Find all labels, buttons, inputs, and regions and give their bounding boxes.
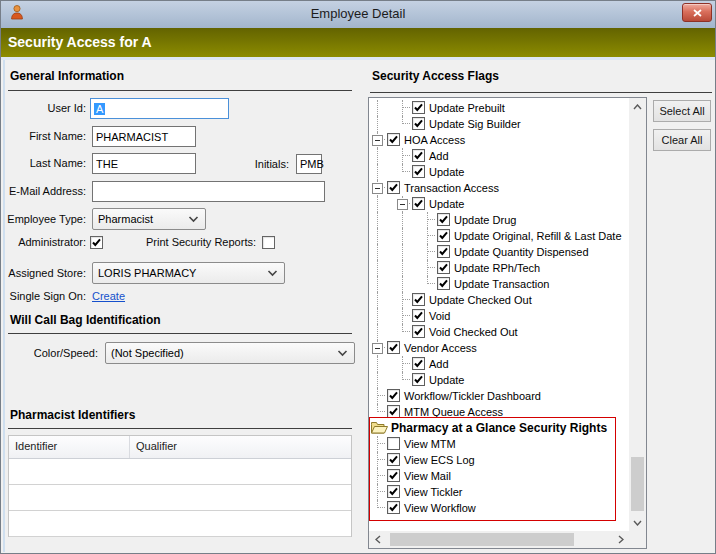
tree-item-label[interactable]: Workflow/Tickler Dashboard (404, 388, 541, 404)
tree-item[interactable]: Void Checked Out (369, 324, 629, 340)
tree-item[interactable]: Update Sig Builder (369, 116, 629, 132)
tree-checkbox[interactable] (412, 325, 425, 338)
horizontal-scroll-thumb[interactable] (390, 533, 574, 546)
tree-checkbox[interactable] (412, 165, 425, 178)
color-speed-select[interactable]: (Not Specified) (105, 342, 355, 364)
tree-item[interactable]: MTM Queue Access (369, 404, 629, 420)
tree-item[interactable]: Workflow/Tickler Dashboard (369, 388, 629, 404)
administrator-checkbox[interactable] (90, 236, 103, 249)
tree-checkbox[interactable] (387, 469, 400, 482)
tree-item-label[interactable]: HOA Access (404, 132, 465, 148)
tree-item[interactable]: Add (369, 148, 629, 164)
tree-item-label[interactable]: Transaction Access (404, 180, 499, 196)
tree-checkbox[interactable] (412, 357, 425, 370)
horizontal-scrollbar[interactable] (369, 531, 629, 548)
tree-checkbox[interactable] (387, 453, 400, 466)
tree-item[interactable]: Add (369, 356, 629, 372)
tree-item-label[interactable]: Update Drug (454, 212, 516, 228)
print-security-reports-checkbox[interactable] (262, 236, 275, 249)
tree-item[interactable]: Update Original, Refill & Last Date (369, 228, 629, 244)
tree-collapse-toggle[interactable] (372, 135, 383, 146)
tree-checkbox[interactable] (387, 405, 400, 418)
tree-checkbox[interactable] (387, 485, 400, 498)
tree-item-label[interactable]: Update Original, Refill & Last Date (454, 228, 622, 244)
tree-item[interactable]: Update RPh/Tech (369, 260, 629, 276)
tree-item-label[interactable]: Pharmacy at a Glance Security Rights (391, 420, 607, 436)
tree-item-label[interactable]: Update (429, 164, 464, 180)
sso-create-link[interactable]: Create (92, 288, 125, 304)
tree-item[interactable]: Update Prebuilt (369, 100, 629, 116)
tree-item[interactable]: Pharmacy at a Glance Security Rights (369, 420, 629, 436)
assigned-store-select[interactable]: LORIS PHARMACY (92, 262, 285, 284)
tree-checkbox[interactable] (387, 437, 400, 450)
tree-checkbox[interactable] (412, 117, 425, 130)
table-row[interactable] (9, 485, 351, 511)
tree-item[interactable]: Update Checked Out (369, 292, 629, 308)
vertical-scroll-thumb[interactable] (631, 457, 644, 511)
tree-item[interactable]: Update (369, 164, 629, 180)
tree-item[interactable]: Update (369, 372, 629, 388)
tree-item-label[interactable]: Update Quantity Dispensed (454, 244, 589, 260)
tree-item-label[interactable]: Void Checked Out (429, 324, 518, 340)
tree-checkbox[interactable] (387, 341, 400, 354)
tree-item[interactable]: Vendor Access (369, 340, 629, 356)
tree-item-label[interactable]: View Workflow (404, 500, 476, 516)
tree-checkbox[interactable] (387, 133, 400, 146)
tree-checkbox[interactable] (412, 293, 425, 306)
tree-item-label[interactable]: Void (429, 308, 450, 324)
select-all-button[interactable]: Select All (653, 100, 711, 122)
scroll-down-arrow[interactable] (629, 514, 646, 531)
scroll-right-arrow[interactable] (612, 531, 629, 548)
tree-checkbox[interactable] (412, 149, 425, 162)
tree-checkbox[interactable] (437, 261, 450, 274)
tree-checkbox[interactable] (412, 101, 425, 114)
tree-checkbox[interactable] (412, 309, 425, 322)
scroll-left-arrow[interactable] (369, 531, 386, 548)
tree-item[interactable]: View MTM (369, 436, 629, 452)
email-field[interactable] (92, 181, 325, 202)
tree-collapse-toggle[interactable] (397, 199, 408, 210)
tree-checkbox[interactable] (412, 373, 425, 386)
tree-item[interactable]: HOA Access (369, 132, 629, 148)
tree-checkbox[interactable] (387, 181, 400, 194)
tree-item[interactable]: Update Drug (369, 212, 629, 228)
tree-item[interactable]: View Tickler (369, 484, 629, 500)
close-button[interactable] (682, 3, 712, 22)
tree-item-label[interactable]: Update RPh/Tech (454, 260, 540, 276)
tree-checkbox[interactable] (387, 389, 400, 402)
employee-type-select[interactable]: Pharmacist (92, 208, 206, 230)
tree-item-label[interactable]: View MTM (404, 436, 456, 452)
tree-item-label[interactable]: MTM Queue Access (404, 404, 503, 420)
tree-checkbox[interactable] (412, 197, 425, 210)
tree-checkbox[interactable] (437, 245, 450, 258)
tree-item-label[interactable]: Update Sig Builder (429, 116, 521, 132)
tree-item-label[interactable]: Add (429, 356, 449, 372)
user-id-field[interactable]: A (90, 98, 229, 119)
tree-item[interactable]: Void (369, 308, 629, 324)
tree-item-label[interactable]: Update (429, 196, 464, 212)
tree-item[interactable]: View ECS Log (369, 452, 629, 468)
tree-checkbox[interactable] (437, 277, 450, 290)
vertical-scrollbar[interactable] (629, 98, 646, 531)
tree-item-label[interactable]: View Mail (404, 468, 451, 484)
scroll-up-arrow[interactable] (629, 98, 646, 115)
tree-item[interactable]: View Mail (369, 468, 629, 484)
tree-item[interactable]: Transaction Access (369, 180, 629, 196)
tree-item-label[interactable]: Update Prebuilt (429, 100, 505, 116)
clear-all-button[interactable]: Clear All (653, 129, 711, 151)
tree-item-label[interactable]: Vendor Access (404, 340, 477, 356)
tree-item-label[interactable]: Update Checked Out (429, 292, 532, 308)
initials-field[interactable]: PMB (296, 154, 322, 174)
tree-item[interactable]: Update Quantity Dispensed (369, 244, 629, 260)
last-name-field[interactable]: THE (92, 153, 196, 174)
tree-item[interactable]: Update Transaction (369, 276, 629, 292)
tree-item[interactable]: Update (369, 196, 629, 212)
tree-checkbox[interactable] (437, 229, 450, 242)
tree-item-label[interactable]: Update Transaction (454, 276, 549, 292)
tree-checkbox[interactable] (437, 213, 450, 226)
tree-item[interactable]: View Workflow (369, 500, 629, 516)
tree-item-label[interactable]: Add (429, 148, 449, 164)
table-row[interactable] (9, 459, 351, 485)
tree-checkbox[interactable] (387, 501, 400, 514)
tree-item-label[interactable]: Update (429, 372, 464, 388)
